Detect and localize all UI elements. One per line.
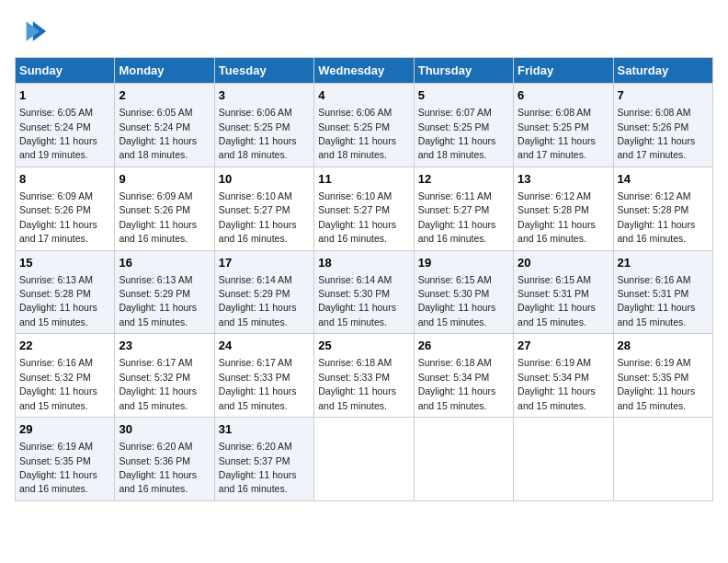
calendar-cell: 6Sunrise: 6:08 AMSunset: 5:25 PMDaylight… [514,84,613,167]
day-header-saturday: Saturday [613,58,712,84]
week-row-4: 22Sunrise: 6:16 AMSunset: 5:32 PMDayligh… [16,334,713,418]
day-number: 5 [418,87,509,104]
cell-content: Sunrise: 6:14 AMSunset: 5:30 PMDaylight:… [318,274,396,327]
cell-content: Sunrise: 6:13 AMSunset: 5:28 PMDaylight:… [19,274,97,327]
calendar-cell: 24Sunrise: 6:17 AMSunset: 5:33 PMDayligh… [214,334,313,418]
calendar-cell: 9Sunrise: 6:09 AMSunset: 5:26 PMDaylight… [115,167,214,250]
cell-content: Sunrise: 6:12 AMSunset: 5:28 PMDaylight:… [518,190,596,244]
calendar-cell [314,418,414,501]
day-number: 22 [19,338,110,354]
week-row-5: 29Sunrise: 6:19 AMSunset: 5:35 PMDayligh… [16,418,713,501]
calendar-cell: 4Sunrise: 6:06 AMSunset: 5:25 PMDaylight… [314,84,414,167]
day-number: 10 [219,171,310,188]
day-number: 1 [19,87,110,104]
day-number: 11 [318,171,409,188]
cell-content: Sunrise: 6:18 AMSunset: 5:34 PMDaylight:… [418,357,496,410]
calendar-cell: 25Sunrise: 6:18 AMSunset: 5:33 PMDayligh… [314,334,414,418]
header [15,15,713,48]
calendar-cell: 1Sunrise: 6:05 AMSunset: 5:24 PMDaylight… [16,84,115,167]
calendar-cell: 19Sunrise: 6:15 AMSunset: 5:30 PMDayligh… [414,250,513,334]
day-number: 21 [618,255,709,271]
day-number: 19 [418,255,509,271]
calendar-cell: 28Sunrise: 6:19 AMSunset: 5:35 PMDayligh… [613,334,712,418]
calendar-cell [613,418,712,501]
calendar-cell: 31Sunrise: 6:20 AMSunset: 5:37 PMDayligh… [214,418,313,501]
cell-content: Sunrise: 6:18 AMSunset: 5:33 PMDaylight:… [318,357,396,410]
day-number: 17 [219,255,310,271]
day-number: 7 [618,87,709,104]
cell-content: Sunrise: 6:16 AMSunset: 5:31 PMDaylight:… [618,274,696,327]
calendar-cell: 29Sunrise: 6:19 AMSunset: 5:35 PMDayligh… [16,418,115,501]
calendar-cell: 18Sunrise: 6:14 AMSunset: 5:30 PMDayligh… [314,250,414,334]
calendar-cell: 20Sunrise: 6:15 AMSunset: 5:31 PMDayligh… [514,250,613,334]
cell-content: Sunrise: 6:19 AMSunset: 5:34 PMDaylight:… [518,357,596,410]
cell-content: Sunrise: 6:06 AMSunset: 5:25 PMDaylight:… [318,107,396,160]
day-number: 24 [219,338,310,354]
cell-content: Sunrise: 6:17 AMSunset: 5:32 PMDaylight:… [119,357,197,410]
cell-content: Sunrise: 6:13 AMSunset: 5:29 PMDaylight:… [119,274,197,327]
cell-content: Sunrise: 6:14 AMSunset: 5:29 PMDaylight:… [219,274,297,327]
day-number: 4 [318,87,409,104]
day-number: 9 [119,171,210,188]
calendar-cell [414,418,513,501]
day-number: 25 [318,338,409,354]
day-header-wednesday: Wednesday [314,58,414,84]
week-row-1: 1Sunrise: 6:05 AMSunset: 5:24 PMDaylight… [16,84,713,167]
day-number: 28 [618,338,709,354]
day-number: 31 [219,421,310,438]
day-number: 18 [318,255,409,271]
cell-content: Sunrise: 6:07 AMSunset: 5:25 PMDaylight:… [418,107,496,160]
cell-content: Sunrise: 6:20 AMSunset: 5:37 PMDaylight:… [219,441,297,494]
cell-content: Sunrise: 6:09 AMSunset: 5:26 PMDaylight:… [19,190,97,244]
cell-content: Sunrise: 6:19 AMSunset: 5:35 PMDaylight:… [19,441,97,494]
day-number: 26 [418,338,509,354]
day-header-monday: Monday [115,58,214,84]
cell-content: Sunrise: 6:05 AMSunset: 5:24 PMDaylight:… [119,107,197,160]
logo [15,15,53,48]
day-number: 20 [518,255,609,271]
cell-content: Sunrise: 6:15 AMSunset: 5:31 PMDaylight:… [518,274,596,327]
calendar-cell: 8Sunrise: 6:09 AMSunset: 5:26 PMDaylight… [16,167,115,250]
calendar-header-row: SundayMondayTuesdayWednesdayThursdayFrid… [16,58,713,84]
cell-content: Sunrise: 6:10 AMSunset: 5:27 PMDaylight:… [219,190,297,244]
calendar-cell: 2Sunrise: 6:05 AMSunset: 5:24 PMDaylight… [115,84,214,167]
calendar-cell: 14Sunrise: 6:12 AMSunset: 5:28 PMDayligh… [613,167,712,250]
calendar-cell: 11Sunrise: 6:10 AMSunset: 5:27 PMDayligh… [314,167,414,250]
calendar-cell: 12Sunrise: 6:11 AMSunset: 5:27 PMDayligh… [414,167,513,250]
calendar-cell: 22Sunrise: 6:16 AMSunset: 5:32 PMDayligh… [16,334,115,418]
day-number: 14 [618,171,709,188]
logo-icon [15,15,48,48]
calendar-cell: 21Sunrise: 6:16 AMSunset: 5:31 PMDayligh… [613,250,712,334]
cell-content: Sunrise: 6:20 AMSunset: 5:36 PMDaylight:… [119,441,197,494]
day-header-friday: Friday [514,58,613,84]
calendar-cell: 3Sunrise: 6:06 AMSunset: 5:25 PMDaylight… [214,84,313,167]
cell-content: Sunrise: 6:15 AMSunset: 5:30 PMDaylight:… [418,274,496,327]
cell-content: Sunrise: 6:10 AMSunset: 5:27 PMDaylight:… [318,190,396,244]
day-header-tuesday: Tuesday [214,58,313,84]
cell-content: Sunrise: 6:09 AMSunset: 5:26 PMDaylight:… [119,190,197,244]
day-number: 13 [518,171,609,188]
calendar-cell: 15Sunrise: 6:13 AMSunset: 5:28 PMDayligh… [16,250,115,334]
day-number: 16 [119,255,210,271]
day-number: 29 [19,421,110,438]
calendar-cell: 17Sunrise: 6:14 AMSunset: 5:29 PMDayligh… [214,250,313,334]
cell-content: Sunrise: 6:19 AMSunset: 5:35 PMDaylight:… [618,357,696,410]
day-header-thursday: Thursday [414,58,513,84]
day-number: 8 [19,171,110,188]
calendar-cell: 13Sunrise: 6:12 AMSunset: 5:28 PMDayligh… [514,167,613,250]
calendar-cell: 7Sunrise: 6:08 AMSunset: 5:26 PMDaylight… [613,84,712,167]
day-header-sunday: Sunday [16,58,115,84]
calendar-table: SundayMondayTuesdayWednesdayThursdayFrid… [15,57,713,501]
week-row-2: 8Sunrise: 6:09 AMSunset: 5:26 PMDaylight… [16,167,713,250]
calendar-cell: 30Sunrise: 6:20 AMSunset: 5:36 PMDayligh… [115,418,214,501]
calendar-cell [514,418,613,501]
calendar-cell: 5Sunrise: 6:07 AMSunset: 5:25 PMDaylight… [414,84,513,167]
week-row-3: 15Sunrise: 6:13 AMSunset: 5:28 PMDayligh… [16,250,713,334]
cell-content: Sunrise: 6:06 AMSunset: 5:25 PMDaylight:… [219,107,297,160]
cell-content: Sunrise: 6:17 AMSunset: 5:33 PMDaylight:… [219,357,297,410]
cell-content: Sunrise: 6:08 AMSunset: 5:25 PMDaylight:… [518,107,596,160]
day-number: 30 [119,421,210,438]
cell-content: Sunrise: 6:05 AMSunset: 5:24 PMDaylight:… [19,107,97,160]
calendar-cell: 23Sunrise: 6:17 AMSunset: 5:32 PMDayligh… [115,334,214,418]
day-number: 2 [119,87,210,104]
